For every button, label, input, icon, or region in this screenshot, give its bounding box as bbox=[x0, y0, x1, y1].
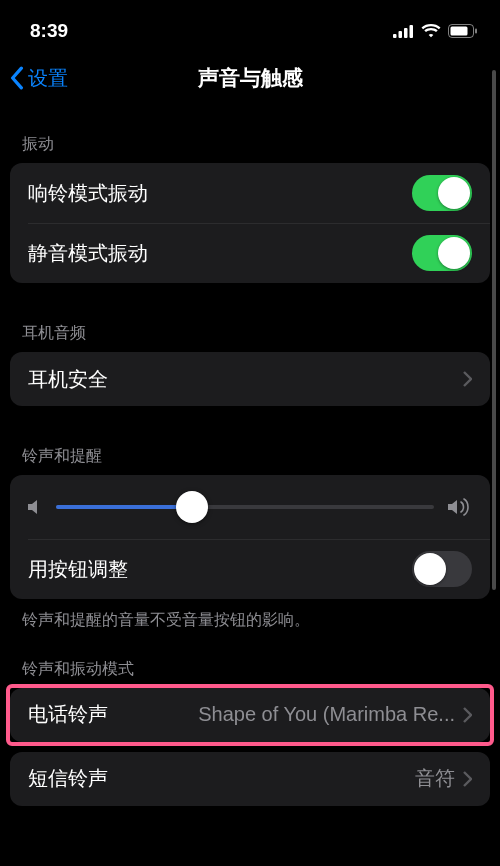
row-headphone-safety[interactable]: 耳机安全 bbox=[10, 352, 490, 406]
chevron-right-icon bbox=[463, 771, 472, 787]
status-time: 8:39 bbox=[30, 20, 68, 42]
status-bar: 8:39 bbox=[0, 0, 500, 50]
cellular-icon bbox=[393, 25, 414, 38]
nav-header: 设置 声音与触感 bbox=[0, 50, 500, 106]
chevron-right-icon bbox=[463, 707, 472, 723]
section-header-vibrate: 振动 bbox=[0, 134, 500, 163]
svg-rect-5 bbox=[451, 27, 468, 36]
toggle-vibrate-on-ring[interactable] bbox=[412, 175, 472, 211]
group-vibrate: 响铃模式振动 静音模式振动 bbox=[10, 163, 490, 283]
wifi-icon bbox=[421, 24, 441, 38]
svg-rect-3 bbox=[410, 25, 414, 38]
toggle-change-with-buttons[interactable] bbox=[412, 551, 472, 587]
section-header-headphone: 耳机音频 bbox=[0, 323, 500, 352]
footer-ringer: 铃声和提醒的音量不受音量按钮的影响。 bbox=[0, 599, 500, 631]
section-header-patterns: 铃声和振动模式 bbox=[0, 659, 500, 688]
ringer-volume-slider[interactable] bbox=[56, 505, 434, 509]
volume-high-icon bbox=[448, 497, 472, 517]
settings-screen: 8:39 设置 声音与触感 振动 响铃模式振动 静音模式振动 bbox=[0, 0, 500, 866]
value-ringtone: Shape of You (Marimba Re... bbox=[118, 703, 455, 726]
group-headphone: 耳机安全 bbox=[10, 352, 490, 406]
row-ringtone[interactable]: 电话铃声 Shape of You (Marimba Re... bbox=[10, 688, 490, 742]
row-change-with-buttons[interactable]: 用按钮调整 bbox=[10, 539, 490, 599]
row-ringer-volume bbox=[10, 475, 490, 539]
label-change-with-buttons: 用按钮调整 bbox=[28, 556, 128, 583]
svg-rect-0 bbox=[393, 34, 397, 38]
highlight-ringtone: 电话铃声 Shape of You (Marimba Re... bbox=[0, 688, 500, 742]
group-ringtone: 电话铃声 Shape of You (Marimba Re... bbox=[10, 688, 490, 742]
label-ringtone: 电话铃声 bbox=[28, 701, 108, 728]
label-headphone-safety: 耳机安全 bbox=[28, 366, 108, 393]
battery-icon bbox=[448, 24, 478, 38]
label-vibrate-on-ring: 响铃模式振动 bbox=[28, 180, 148, 207]
svg-rect-6 bbox=[475, 29, 477, 34]
label-text-tone: 短信铃声 bbox=[28, 765, 108, 792]
row-vibrate-on-ring[interactable]: 响铃模式振动 bbox=[10, 163, 490, 223]
group-ringer: 用按钮调整 bbox=[10, 475, 490, 599]
value-text-tone: 音符 bbox=[415, 765, 455, 792]
content: 振动 响铃模式振动 静音模式振动 耳机音频 耳机安全 铃声和提醒 bbox=[0, 106, 500, 806]
svg-rect-2 bbox=[404, 28, 408, 38]
label-vibrate-on-silent: 静音模式振动 bbox=[28, 240, 148, 267]
page-title: 声音与触感 bbox=[198, 64, 303, 92]
svg-rect-1 bbox=[399, 31, 403, 38]
chevron-right-icon bbox=[463, 371, 472, 387]
chevron-left-icon bbox=[10, 66, 24, 90]
volume-low-icon bbox=[28, 498, 42, 516]
group-text-tone: 短信铃声 音符 bbox=[10, 752, 490, 806]
back-label: 设置 bbox=[28, 65, 68, 92]
row-text-tone[interactable]: 短信铃声 音符 bbox=[10, 752, 490, 806]
status-right bbox=[393, 24, 478, 38]
scrollbar[interactable] bbox=[492, 70, 496, 590]
section-header-ringer: 铃声和提醒 bbox=[0, 446, 500, 475]
back-button[interactable]: 设置 bbox=[10, 65, 68, 92]
toggle-vibrate-on-silent[interactable] bbox=[412, 235, 472, 271]
row-vibrate-on-silent[interactable]: 静音模式振动 bbox=[10, 223, 490, 283]
